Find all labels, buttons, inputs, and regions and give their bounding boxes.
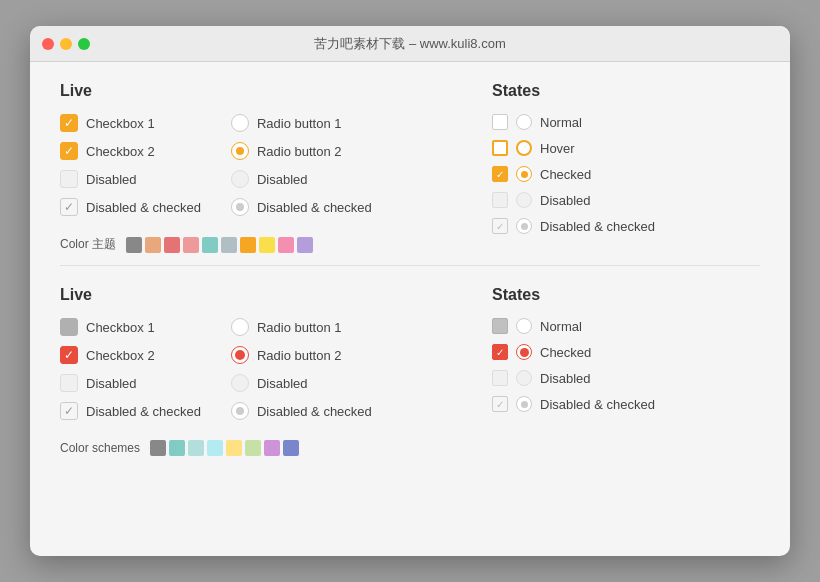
section-divider (60, 265, 760, 266)
state2-cb-normal (492, 318, 508, 334)
color-row-1: Color 主题 (60, 236, 462, 253)
list-item: Disabled (60, 374, 201, 392)
state-rb-disabled (516, 192, 532, 208)
window-title: 苦力吧素材下载 – www.kuli8.com (314, 35, 505, 53)
state-row-hover: Hover (492, 140, 760, 156)
list-item: Disabled (231, 170, 372, 188)
state-cb-disabled (492, 192, 508, 208)
state-row-normal: Normal (492, 114, 760, 130)
state2-cb-checked: ✓ (492, 344, 508, 360)
swatch[interactable] (283, 440, 299, 456)
swatch[interactable] (145, 237, 161, 253)
state2-row-disabled: Disabled (492, 370, 760, 386)
swatch[interactable] (202, 237, 218, 253)
radio-2-2[interactable] (231, 346, 249, 364)
swatch[interactable] (188, 440, 204, 456)
state-rb-dis-checked (516, 218, 532, 234)
checkbox-disabled (60, 170, 78, 188)
state2-cb-dis-checked: ✓ (492, 396, 508, 412)
radio-2-disabled (231, 374, 249, 392)
content-area: Live ✓ Checkbox 1 ✓ Checkbox 2 (30, 62, 790, 476)
state2-rb-checked (516, 344, 532, 360)
section-2: Live Checkbox 1 ✓ Checkbox 2 (60, 286, 760, 456)
swatch[interactable] (164, 237, 180, 253)
checkbox-dis-checked-label: Disabled & checked (86, 200, 201, 215)
state-row-dis-checked: ✓ Disabled & checked (492, 218, 760, 234)
radio-group-2: Radio button 1 Radio button 2 Disabled (231, 318, 372, 430)
live-panel-1: Live ✓ Checkbox 1 ✓ Checkbox 2 (60, 82, 462, 253)
checkbox-2-2[interactable]: ✓ (60, 346, 78, 364)
close-button[interactable] (42, 38, 54, 50)
state-rb-checked (516, 166, 532, 182)
state2-row-normal: Normal (492, 318, 760, 334)
state-cb-normal (492, 114, 508, 130)
swatch[interactable] (126, 237, 142, 253)
checkbox-2[interactable]: ✓ (60, 142, 78, 160)
state2-rb-normal (516, 318, 532, 334)
live-panel-2: Live Checkbox 1 ✓ Checkbox 2 (60, 286, 462, 456)
state2-rb-dis-checked (516, 396, 532, 412)
checkbox-2-1[interactable] (60, 318, 78, 336)
checkbox-disabled-label: Disabled (86, 172, 137, 187)
checkbox-2-disabled (60, 374, 78, 392)
swatch[interactable] (221, 237, 237, 253)
swatch[interactable] (264, 440, 280, 456)
swatch[interactable] (297, 237, 313, 253)
radio-1-label: Radio button 1 (257, 116, 342, 131)
swatch[interactable] (150, 440, 166, 456)
radio-disabled (231, 170, 249, 188)
state2-dis-checked-label: Disabled & checked (540, 397, 655, 412)
checkbox-1[interactable]: ✓ (60, 114, 78, 132)
radio-2-dis-checked (231, 402, 249, 420)
radio-2-dis-label: Disabled & checked (257, 404, 372, 419)
list-item: Disabled & checked (231, 198, 372, 216)
state2-rb-disabled (516, 370, 532, 386)
checkbox-2-disabled-label: Disabled (86, 376, 137, 391)
swatch[interactable] (278, 237, 294, 253)
state-rb-normal (516, 114, 532, 130)
swatch[interactable] (207, 440, 223, 456)
list-item: Disabled (231, 374, 372, 392)
state-rb-hover (516, 140, 532, 156)
checkbox-2-dis-checked: ✓ (60, 402, 78, 420)
checkbox-group-2: Checkbox 1 ✓ Checkbox 2 Disabled (60, 318, 201, 430)
state2-row-dis-checked: ✓ Disabled & checked (492, 396, 760, 412)
swatch[interactable] (183, 237, 199, 253)
list-item: Disabled (60, 170, 201, 188)
radio-2[interactable] (231, 142, 249, 160)
state-normal-label: Normal (540, 115, 582, 130)
state-cb-dis-checked: ✓ (492, 218, 508, 234)
radio-1[interactable] (231, 114, 249, 132)
fullscreen-button[interactable] (78, 38, 90, 50)
color-label-2: Color schemes (60, 441, 140, 455)
swatch[interactable] (169, 440, 185, 456)
radio-dis-checked (231, 198, 249, 216)
state2-checked-label: Checked (540, 345, 591, 360)
state2-row-checked: ✓ Checked (492, 344, 760, 360)
swatch[interactable] (240, 237, 256, 253)
state-row-checked: ✓ Checked (492, 166, 760, 182)
checkbox-disabled-checked: ✓ (60, 198, 78, 216)
swatch[interactable] (259, 237, 275, 253)
radio-disabled-label: Disabled (257, 172, 308, 187)
state-row-disabled: Disabled (492, 192, 760, 208)
checkbox-2-dis-label: Disabled & checked (86, 404, 201, 419)
state-cb-hover (492, 140, 508, 156)
swatch[interactable] (226, 440, 242, 456)
titlebar: 苦力吧素材下载 – www.kuli8.com (30, 26, 790, 62)
traffic-lights (42, 38, 90, 50)
color-swatches-1 (126, 237, 313, 253)
list-item: ✓ Disabled & checked (60, 402, 201, 420)
color-label-1: Color 主题 (60, 236, 116, 253)
color-swatches-2 (150, 440, 299, 456)
radio-2-1[interactable] (231, 318, 249, 336)
minimize-button[interactable] (60, 38, 72, 50)
list-item: ✓ Checkbox 2 (60, 142, 201, 160)
list-item: Radio button 1 (231, 318, 372, 336)
list-item: ✓ Checkbox 1 (60, 114, 201, 132)
checkbox-1-label: Checkbox 1 (86, 116, 155, 131)
swatch[interactable] (245, 440, 261, 456)
state-hover-label: Hover (540, 141, 575, 156)
state-disabled-label: Disabled (540, 193, 591, 208)
states-panel-1: States Normal Hover ✓ Checked (492, 82, 760, 253)
